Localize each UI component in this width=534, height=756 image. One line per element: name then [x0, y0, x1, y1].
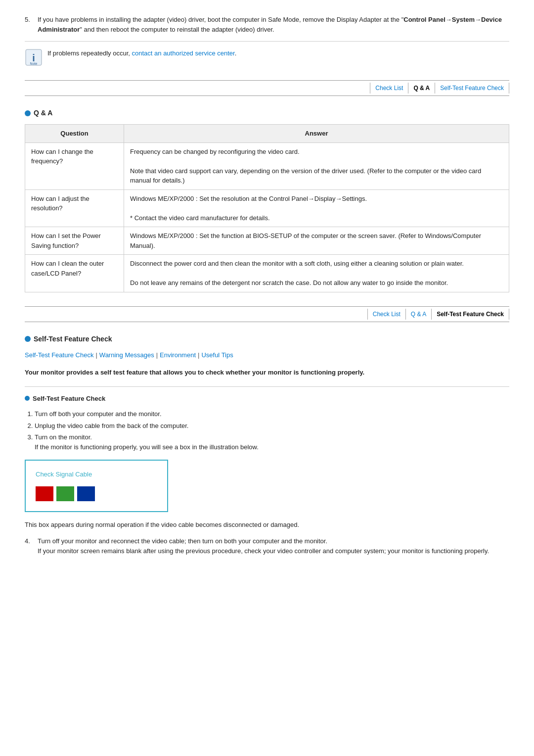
- sep-1: |: [95, 350, 97, 360]
- signal-box-title: Check Signal Cable: [36, 470, 157, 479]
- signal-box-wrapper: Check Signal Cable: [25, 460, 509, 512]
- self-test-link-4[interactable]: Useful Tips: [201, 350, 233, 360]
- step5-content: If you have problems in installing the a…: [38, 15, 509, 34]
- color-square-green: [56, 486, 74, 501]
- nav-bar-bottom: Check List Q & A Self-Test Feature Check: [25, 306, 509, 322]
- nav-qa-bottom[interactable]: Q & A: [406, 309, 432, 320]
- sep-3: |: [198, 350, 199, 360]
- list-item: Unplug the video cable from the back of …: [35, 421, 509, 431]
- self-test-title-row: Self-Test Feature Check: [25, 334, 509, 344]
- qa-blue-dot: [25, 110, 31, 116]
- self-test-intro: Your monitor provides a self test featur…: [25, 368, 509, 378]
- contact-link[interactable]: contact an authorized service center: [132, 49, 235, 57]
- qa-col-answer: Answer: [124, 125, 509, 143]
- qa-table: Question Answer How can I change the fre…: [25, 124, 509, 292]
- note-text: If problems repeatedly occur, contact an…: [47, 48, 236, 58]
- step5-number: 5.: [25, 15, 34, 34]
- note-after: .: [235, 49, 237, 57]
- note-row: i Note If problems repeatedly occur, con…: [25, 48, 509, 66]
- self-test-section-title: Self-Test Feature Check: [34, 334, 112, 344]
- signal-box: Check Signal Cable: [25, 460, 168, 512]
- qa-answer-3: Windows ME/XP/2000 : Set the function at…: [124, 227, 509, 255]
- self-test-subtitle-dot: [25, 396, 30, 401]
- qa-question-4: How can I clean the outer case/LCD Panel…: [25, 255, 124, 292]
- nav-bar-top: Check List Q & A Self-Test Feature Check: [25, 80, 509, 96]
- table-row: How can I adjust the resolution? Windows…: [25, 189, 509, 227]
- step4-number: 4.: [25, 536, 34, 556]
- step4-block: 4. Turn off your monitor and reconnect t…: [25, 536, 509, 556]
- qa-title-row: Q & A: [25, 108, 509, 118]
- self-test-link-1[interactable]: Self-Test Feature Check: [25, 350, 93, 360]
- color-square-red: [36, 486, 53, 501]
- svg-text:Note: Note: [30, 62, 38, 65]
- self-test-link-2[interactable]: Warning Messages: [99, 350, 154, 360]
- step3-sub: If the monitor is functioning properly, …: [35, 443, 259, 451]
- qa-section-title: Q & A: [34, 108, 52, 118]
- step5-bold: Control Panel→System→Device Administrato…: [38, 16, 502, 33]
- nav-check-list-bottom[interactable]: Check List: [367, 309, 406, 320]
- nav-bar-inner-bottom: Check List Q & A Self-Test Feature Check: [367, 309, 509, 320]
- self-test-section: Self-Test Feature Check Self-Test Featur…: [25, 334, 509, 556]
- after-box-text: This box appears during normal operation…: [25, 520, 509, 530]
- table-row: How can I set the Power Saving function?…: [25, 227, 509, 255]
- step3-text: Turn on the monitor.: [35, 433, 92, 441]
- nav-self-test-bottom[interactable]: Self-Test Feature Check: [432, 309, 509, 320]
- self-test-subtitle-row: Self-Test Feature Check: [25, 394, 509, 404]
- table-row: How can I change the frequency? Frequenc…: [25, 142, 509, 189]
- self-test-blue-dot: [25, 336, 31, 342]
- color-square-blue: [77, 486, 95, 501]
- qa-question-1: How can I change the frequency?: [25, 142, 124, 189]
- divider: [25, 386, 509, 387]
- qa-answer-4: Disconnect the power cord and then clean…: [124, 255, 509, 292]
- table-row: How can I clean the outer case/LCD Panel…: [25, 255, 509, 292]
- note-icon: i Note: [25, 48, 43, 66]
- color-squares: [36, 486, 157, 501]
- self-test-steps: Turn off both your computer and the moni…: [35, 409, 509, 452]
- note-before: If problems repeatedly occur,: [47, 49, 132, 57]
- list-item: Turn on the monitor. If the monitor is f…: [35, 432, 509, 452]
- qa-question-3: How can I set the Power Saving function?: [25, 227, 124, 255]
- qa-col-question: Question: [25, 125, 124, 143]
- step5-section: 5. If you have problems in installing th…: [25, 15, 509, 66]
- self-test-link-3[interactable]: Environment: [160, 350, 196, 360]
- self-test-subtitle-text: Self-Test Feature Check: [33, 394, 105, 404]
- nav-self-test-top[interactable]: Self-Test Feature Check: [435, 83, 509, 94]
- nav-check-list-top[interactable]: Check List: [370, 83, 408, 94]
- nav-qa-top[interactable]: Q & A: [408, 83, 435, 94]
- qa-answer-1: Frequency can be changed by reconfigurin…: [124, 142, 509, 189]
- sep-2: |: [156, 350, 158, 360]
- self-test-links: Self-Test Feature Check | Warning Messag…: [25, 350, 509, 360]
- qa-question-2: How can I adjust the resolution?: [25, 189, 124, 227]
- list-item: Turn off both your computer and the moni…: [35, 409, 509, 419]
- step4-content: Turn off your monitor and reconnect the …: [38, 536, 489, 556]
- nav-bar-inner-top: Check List Q & A Self-Test Feature Check: [370, 83, 509, 94]
- step5-block: 5. If you have problems in installing th…: [25, 15, 509, 42]
- qa-answer-2: Windows ME/XP/2000 : Set the resolution …: [124, 189, 509, 227]
